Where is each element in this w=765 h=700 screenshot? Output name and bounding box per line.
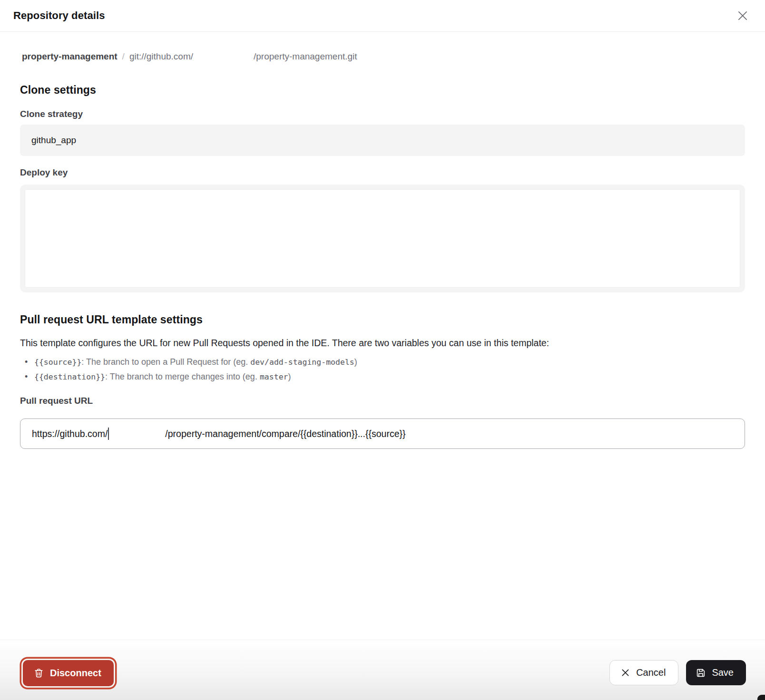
- url-value-prefix: https://github.com/: [32, 428, 108, 439]
- variable-text: : The branch to merge changes into (eg.: [105, 372, 260, 381]
- save-button[interactable]: Save: [686, 660, 746, 685]
- pr-template-variable-list: •{{source}}: The branch to open a Pull R…: [20, 355, 745, 384]
- pull-request-url-label: Pull request URL: [20, 396, 745, 406]
- variable-code: {{destination}}: [34, 372, 105, 381]
- disconnect-label: Disconnect: [50, 668, 101, 679]
- footer-actions: Cancel Save: [609, 660, 746, 685]
- variable-suffix: ): [354, 357, 357, 367]
- close-button[interactable]: [735, 8, 751, 24]
- bullet-icon: •: [25, 355, 34, 369]
- variable-suffix: ): [288, 372, 291, 381]
- variable-text: : The branch to open a Pull Request for …: [81, 357, 250, 367]
- pr-template-description: This template configures the URL for new…: [20, 337, 745, 349]
- modal-header: Repository details: [0, 0, 765, 32]
- cancel-x-icon: [620, 668, 630, 678]
- breadcrumb: property-management/git://github.com//pr…: [20, 50, 745, 63]
- clone-strategy-field: github_app: [20, 125, 745, 156]
- cancel-label: Cancel: [636, 667, 666, 678]
- breadcrumb-url-suffix: /property-management.git: [254, 51, 357, 61]
- variable-example: master: [260, 372, 288, 381]
- breadcrumb-url-prefix: git://github.com/: [129, 51, 193, 61]
- deploy-key-textarea[interactable]: [25, 189, 740, 288]
- clone-strategy-value: github_app: [31, 135, 76, 146]
- pull-request-url-input[interactable]: https://github.com//property-management/…: [20, 418, 745, 449]
- bullet-icon: •: [25, 369, 34, 384]
- clone-strategy-label: Clone strategy: [20, 109, 745, 119]
- modal-footer: Disconnect Cancel Sa: [0, 640, 765, 700]
- deploy-key-field: [20, 185, 745, 292]
- modal-content: property-management/git://github.com//pr…: [0, 50, 765, 449]
- clone-settings-heading: Clone settings: [20, 84, 745, 97]
- list-item: •{{source}}: The branch to open a Pull R…: [20, 355, 745, 369]
- variable-code: {{source}}: [34, 358, 81, 367]
- url-value-suffix: /property-management/compare/{{destinati…: [165, 428, 405, 439]
- text-cursor: [108, 428, 109, 440]
- breadcrumb-repo-name: property-management: [22, 51, 118, 61]
- close-icon: [736, 10, 749, 22]
- save-floppy-icon: [696, 668, 706, 678]
- repository-details-modal: Repository details property-management/g…: [0, 0, 765, 700]
- page-title: Repository details: [13, 10, 105, 22]
- deploy-key-label: Deploy key: [20, 167, 745, 178]
- trash-icon: [33, 668, 44, 679]
- background-corner-artifact: [757, 695, 765, 700]
- breadcrumb-separator: /: [122, 51, 125, 61]
- pr-template-heading: Pull request URL template settings: [20, 313, 745, 326]
- list-item: •{{destination}}: The branch to merge ch…: [20, 369, 745, 384]
- save-label: Save: [712, 667, 734, 678]
- variable-example: dev/add-staging-models: [250, 358, 354, 367]
- disconnect-button[interactable]: Disconnect: [23, 660, 114, 686]
- cancel-button[interactable]: Cancel: [609, 660, 678, 685]
